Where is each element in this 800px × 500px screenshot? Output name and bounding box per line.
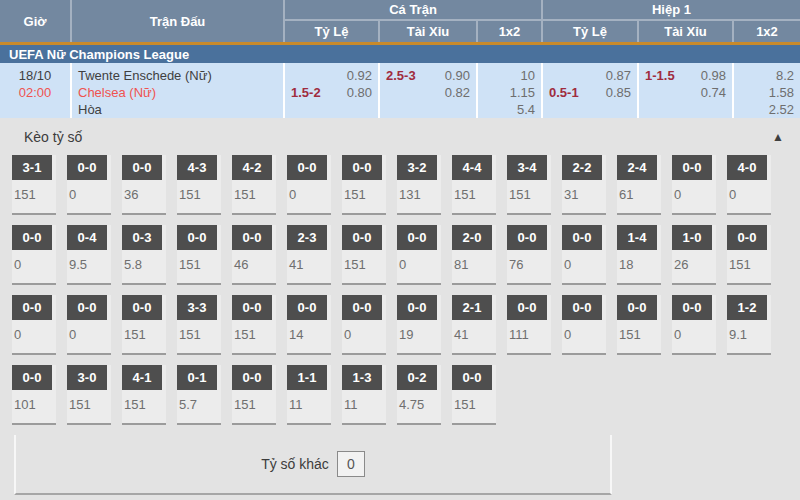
score-odds-cell[interactable]: 0-0151: [232, 365, 276, 425]
score-odds-cell[interactable]: 0-0151: [122, 295, 166, 355]
score-odds-value: 151: [617, 320, 661, 342]
score-odds-cell[interactable]: 0-0151: [452, 365, 496, 425]
score-odds-cell[interactable]: 0-0151: [177, 225, 221, 285]
score-odds-value: 0: [727, 180, 771, 202]
score-odds-cell[interactable]: 0-046: [232, 225, 276, 285]
score-odds-cell[interactable]: 0-24.75: [397, 365, 441, 425]
score-odds-cell[interactable]: 0-0151: [617, 295, 661, 355]
half-handicap-home-odds[interactable]: 0.87: [606, 67, 631, 84]
score-odds-cell[interactable]: 0-15.7: [177, 365, 221, 425]
score-label: 0-0: [232, 365, 272, 390]
score-odds-cell[interactable]: 2-461: [617, 155, 661, 215]
score-odds-cell[interactable]: 3-0151: [67, 365, 111, 425]
full-match-over-under-cell[interactable]: 2.5-30.90 0.82: [380, 63, 478, 118]
score-odds-cell[interactable]: 0-036: [122, 155, 166, 215]
score-odds-cell[interactable]: 4-3151: [177, 155, 221, 215]
score-odds-cell[interactable]: 0-019: [397, 295, 441, 355]
score-row: 3-11510-000-0364-31514-21510-000-01513-2…: [12, 155, 800, 215]
score-odds-cell[interactable]: 3-3151: [177, 295, 221, 355]
score-odds-cell[interactable]: 0-00: [672, 295, 716, 355]
full-1x2-home-odds[interactable]: 10: [484, 67, 535, 84]
score-odds-cell[interactable]: 2-141: [452, 295, 496, 355]
match-time: 02:00: [6, 84, 64, 101]
score-odds-cell[interactable]: 0-0101: [12, 365, 56, 425]
score-odds-cell[interactable]: 0-0151: [232, 295, 276, 355]
half-1x2-draw-odds[interactable]: 2.52: [740, 101, 794, 118]
score-odds-cell[interactable]: 0-00: [562, 225, 606, 285]
score-odds-cell[interactable]: 2-231: [562, 155, 606, 215]
score-odds-cell[interactable]: 1-311: [342, 365, 386, 425]
score-odds-value: 14: [287, 320, 331, 342]
score-odds-cell[interactable]: 0-00: [287, 155, 331, 215]
half-1x2-home-odds[interactable]: 8.2: [740, 67, 794, 84]
score-odds-cell[interactable]: 0-00: [12, 295, 56, 355]
score-odds-cell[interactable]: 0-35.8: [122, 225, 166, 285]
score-label: 4-3: [177, 155, 217, 180]
score-odds-cell[interactable]: 3-2131: [397, 155, 441, 215]
full-handicap-away-odds[interactable]: 0.80: [347, 84, 372, 101]
header-full-over-under-col: Tài Xỉu: [380, 21, 478, 42]
score-label: 0-0: [287, 295, 327, 320]
score-odds-cell[interactable]: 1-111: [287, 365, 331, 425]
score-odds-cell[interactable]: 0-0151: [727, 225, 771, 285]
half-over-odds[interactable]: 0.98: [701, 67, 726, 84]
half-1x2-cell[interactable]: 8.2 1.58 2.52: [734, 63, 800, 118]
score-odds-value: 0: [67, 180, 111, 202]
score-label: 2-2: [562, 155, 602, 180]
full-match-handicap-cell[interactable]: 0.92 1.5-20.80: [285, 63, 380, 118]
league-name-bar: UEFA Nữ Champions League: [0, 45, 800, 63]
score-odds-cell[interactable]: 4-1151: [122, 365, 166, 425]
score-odds-cell[interactable]: 0-49.5: [67, 225, 111, 285]
score-odds-cell[interactable]: 0-0151: [342, 225, 386, 285]
score-label: 1-2: [727, 295, 767, 320]
full-match-1x2-cell[interactable]: 10 1.15 5.4: [478, 63, 543, 118]
score-odds-cell[interactable]: 0-0111: [507, 295, 551, 355]
score-odds-cell[interactable]: 1-418: [617, 225, 661, 285]
score-label: 1-0: [672, 225, 712, 250]
full-under-odds[interactable]: 0.82: [445, 84, 470, 101]
score-odds-cell[interactable]: 0-014: [287, 295, 331, 355]
score-odds-cell[interactable]: 0-00: [397, 225, 441, 285]
score-odds-cell[interactable]: 4-2151: [232, 155, 276, 215]
score-odds-cell[interactable]: 2-341: [287, 225, 331, 285]
half-1x2-away-odds[interactable]: 1.58: [740, 84, 794, 101]
score-odds-cell[interactable]: 0-0151: [342, 155, 386, 215]
score-odds-cell[interactable]: 0-076: [507, 225, 551, 285]
score-odds-cell[interactable]: 0-00: [342, 295, 386, 355]
score-odds-cell[interactable]: 0-00: [562, 295, 606, 355]
score-odds-cell[interactable]: 0-00: [67, 295, 111, 355]
score-label: 0-0: [507, 295, 547, 320]
score-odds-cell[interactable]: 2-081: [452, 225, 496, 285]
score-label: 0-3: [122, 225, 162, 250]
score-label: 0-0: [67, 295, 107, 320]
score-odds-cell[interactable]: 0-00: [672, 155, 716, 215]
score-odds-cell[interactable]: 0-00: [67, 155, 111, 215]
score-label: 0-0: [452, 365, 492, 390]
score-label: 3-1: [12, 155, 52, 180]
full-handicap-home-odds[interactable]: 0.92: [347, 67, 372, 84]
score-odds-cell[interactable]: 4-4151: [452, 155, 496, 215]
full-1x2-away-odds[interactable]: 1.15: [484, 84, 535, 101]
full-1x2-draw-odds[interactable]: 5.4: [484, 101, 535, 118]
correct-score-header[interactable]: Kèo tỷ số ▲: [0, 118, 800, 155]
score-odds-value: 0: [562, 320, 606, 342]
score-odds-cell[interactable]: 3-4151: [507, 155, 551, 215]
score-label: 0-0: [122, 295, 162, 320]
score-odds-value: 0: [562, 250, 606, 272]
score-label: 0-0: [562, 295, 602, 320]
score-odds-cell[interactable]: 3-1151: [12, 155, 56, 215]
score-odds-value: 151: [232, 320, 276, 342]
score-odds-cell[interactable]: 4-00: [727, 155, 771, 215]
collapse-icon[interactable]: ▲: [772, 130, 784, 144]
other-score-value-box[interactable]: 0: [337, 451, 365, 477]
half-over-under-cell[interactable]: 1-1.50.98 0.74: [639, 63, 734, 118]
half-under-odds[interactable]: 0.74: [701, 84, 726, 101]
score-odds-cell[interactable]: 1-29.1: [727, 295, 771, 355]
full-over-odds[interactable]: 0.90: [445, 67, 470, 84]
half-handicap-cell[interactable]: 0.87 0.5-10.85: [543, 63, 639, 118]
score-odds-value: 151: [232, 390, 276, 412]
half-handicap-away-odds[interactable]: 0.85: [606, 84, 631, 101]
score-odds-cell[interactable]: 1-026: [672, 225, 716, 285]
score-label: 4-0: [727, 155, 767, 180]
score-odds-cell[interactable]: 0-00: [12, 225, 56, 285]
